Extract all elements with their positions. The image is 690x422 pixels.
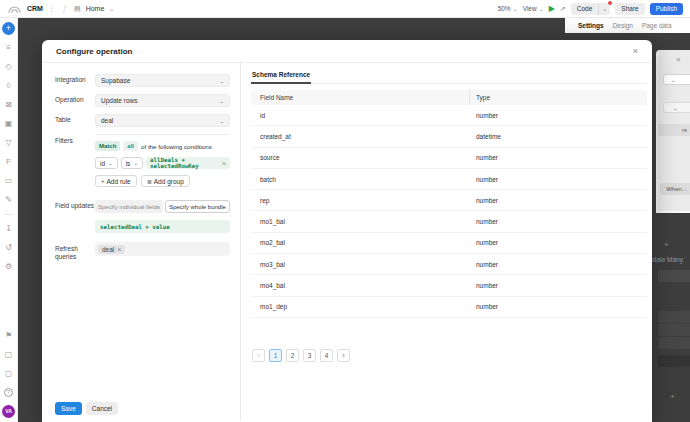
modal-title: Configure operation bbox=[56, 47, 132, 56]
field-name-cell: mo2_bal bbox=[251, 239, 469, 246]
specify-individual-fields-button[interactable]: Specify individual fields bbox=[95, 200, 163, 213]
code-button[interactable]: Code bbox=[571, 3, 600, 15]
type-cell: number bbox=[469, 154, 647, 161]
table-row: mo4_bal number bbox=[251, 275, 647, 296]
tab-design[interactable]: Design bbox=[613, 22, 633, 29]
caret-down-icon: ⌄ bbox=[219, 78, 224, 84]
filters-group: Match all of the following conditions id… bbox=[95, 134, 230, 187]
type-cell: number bbox=[469, 112, 647, 119]
app-menu-icon[interactable]: ⋮ bbox=[48, 5, 55, 13]
group-icon: ≣ bbox=[147, 178, 152, 185]
refresh-queries-row: Refresh queries deal × bbox=[55, 242, 230, 261]
type-cell: number bbox=[469, 261, 647, 268]
table-select[interactable]: deal ⌄ bbox=[95, 114, 230, 127]
filter-buttons: + Add rule ≣ Add group bbox=[95, 175, 230, 187]
page-next-button[interactable]: › bbox=[337, 349, 350, 362]
zoom-control[interactable]: 50% ⌄ bbox=[498, 5, 518, 12]
view-menu[interactable]: View ⌄ bbox=[523, 5, 544, 12]
preview-play-icon[interactable]: ▶ bbox=[549, 4, 555, 13]
panel-close-icon[interactable]: × bbox=[676, 55, 681, 64]
shield-icon[interactable]: ▽ bbox=[5, 138, 11, 148]
add-rule-button[interactable]: + Add rule bbox=[95, 175, 137, 187]
diamond-icon[interactable]: ◇ bbox=[5, 62, 11, 72]
integration-select[interactable]: Supabase ⌄ bbox=[95, 74, 230, 87]
refresh-queries-field[interactable]: deal × bbox=[95, 242, 230, 256]
tab-page-data[interactable]: Page data bbox=[642, 22, 672, 29]
download-icon[interactable]: ↧ bbox=[5, 224, 12, 234]
schema-table-header: Field Name Type bbox=[251, 90, 647, 105]
breadcrumb-separator: / bbox=[63, 3, 66, 15]
table-row: batch number bbox=[251, 169, 647, 190]
share-button[interactable]: Share bbox=[615, 3, 644, 15]
droplet-icon[interactable]: ◊ bbox=[7, 81, 11, 91]
dim-plus-icon: + bbox=[670, 392, 675, 401]
remove-query-icon[interactable]: × bbox=[117, 246, 121, 253]
settings-gear-icon[interactable]: ⚙ bbox=[5, 262, 12, 272]
refresh-queries-label: Refresh queries bbox=[55, 245, 95, 261]
specify-whole-bundle-button[interactable]: Specify whole bundle bbox=[165, 200, 230, 213]
open-external-icon[interactable]: ↗ bbox=[560, 5, 566, 13]
page-button-4[interactable]: 4 bbox=[320, 349, 333, 362]
top-toolbar: CRM ⋮ / ▤ Home ⌄ 50% ⌄ View ⌄ ▶ ↗ Code ⌄… bbox=[0, 0, 690, 18]
background-button-fragment[interactable]: rs bbox=[656, 124, 690, 136]
box-icon[interactable]: ▢ bbox=[5, 350, 13, 360]
add-group-label: Add group bbox=[154, 178, 184, 185]
help-icon[interactable]: ? bbox=[4, 388, 13, 397]
field-name-cell: mo1_bal bbox=[251, 218, 469, 225]
match-mode-pill[interactable]: all bbox=[123, 141, 138, 151]
condition-field-value: id bbox=[100, 160, 105, 167]
app-window: CRM ⋮ / ▤ Home ⌄ 50% ⌄ View ⌄ ▶ ↗ Code ⌄… bbox=[0, 0, 690, 422]
match-pill[interactable]: Match bbox=[95, 141, 120, 151]
field-updates-row: Field updates Specify individual fields … bbox=[55, 200, 230, 213]
type-cell: number bbox=[469, 176, 647, 183]
condition-field-select[interactable]: id ⌄ bbox=[95, 157, 118, 169]
layers-icon[interactable]: ≡ bbox=[6, 43, 11, 53]
save-button[interactable]: Save bbox=[55, 402, 82, 415]
chat-icon[interactable]: ◻ bbox=[5, 369, 12, 379]
pen-icon[interactable]: ✎ bbox=[5, 195, 12, 205]
when-button[interactable]: When... bbox=[660, 183, 690, 195]
remove-condition-icon[interactable]: × bbox=[222, 160, 226, 167]
page-icon: ▤ bbox=[74, 5, 81, 13]
operation-select[interactable]: Update rows ⌄ bbox=[95, 94, 230, 107]
background-dropdown[interactable]: ⌄ bbox=[663, 74, 690, 85]
add-rule-label: Add rule bbox=[107, 178, 131, 185]
page-button-3[interactable]: 3 bbox=[303, 349, 316, 362]
integration-value: Supabase bbox=[101, 77, 130, 84]
modal-close-icon[interactable]: × bbox=[633, 46, 638, 56]
text-tool-icon[interactable]: F bbox=[6, 157, 11, 167]
tab-settings[interactable]: Settings bbox=[578, 22, 604, 29]
modal-body: Integration Supabase ⌄ Operation Update … bbox=[42, 63, 652, 421]
app-name[interactable]: CRM bbox=[27, 5, 43, 12]
cancel-button[interactable]: Cancel bbox=[86, 402, 118, 415]
table-row: id number bbox=[251, 105, 647, 126]
condition-operator-value: is bbox=[126, 160, 131, 167]
user-avatar[interactable]: VA bbox=[2, 405, 15, 418]
page-button-2[interactable]: 2 bbox=[286, 349, 299, 362]
sidebar-divider bbox=[4, 214, 14, 215]
page-prev-button[interactable]: ‹ bbox=[252, 349, 265, 362]
type-column-header: Type bbox=[469, 90, 647, 105]
caret-down-icon: ⌄ bbox=[671, 77, 676, 83]
history-icon[interactable]: ↺ bbox=[5, 243, 12, 253]
operation-form: Integration Supabase ⌄ Operation Update … bbox=[42, 63, 240, 421]
condition-value-tag[interactable]: allDeals + selectedRowKey × bbox=[146, 157, 230, 169]
bundle-value-field[interactable]: selectedDeal + value bbox=[95, 220, 230, 233]
add-group-button[interactable]: ≣ Add group bbox=[141, 175, 190, 187]
add-component-button[interactable]: + bbox=[2, 22, 15, 35]
schema-reference-tab[interactable]: Schema Reference bbox=[251, 64, 311, 84]
page-button-1[interactable]: 1 bbox=[269, 349, 282, 362]
publish-button[interactable]: Publish bbox=[650, 3, 683, 15]
field-name-column-header: Field Name bbox=[251, 90, 469, 105]
frame-icon[interactable]: ▭ bbox=[5, 176, 13, 186]
query-tag[interactable]: deal × bbox=[98, 245, 125, 254]
breadcrumb-page[interactable]: Home bbox=[86, 5, 105, 12]
component-sidebar: + ≡ ◇ ◊ ⊠ ▣ ▽ F ▭ ✎ ↧ ↺ ⚙ ⚑ ▢ ◻ ? VA bbox=[0, 18, 18, 422]
flag-icon[interactable]: ⚑ bbox=[5, 331, 12, 341]
image-icon[interactable]: ▣ bbox=[5, 119, 13, 129]
background-dropdown[interactable]: ⌄ bbox=[663, 102, 690, 113]
field-name-cell: batch bbox=[251, 176, 469, 183]
page-caret-icon[interactable]: ⌄ bbox=[109, 7, 114, 11]
components-icon[interactable]: ⊠ bbox=[5, 100, 12, 110]
condition-operator-select[interactable]: is ⌄ bbox=[121, 157, 143, 169]
